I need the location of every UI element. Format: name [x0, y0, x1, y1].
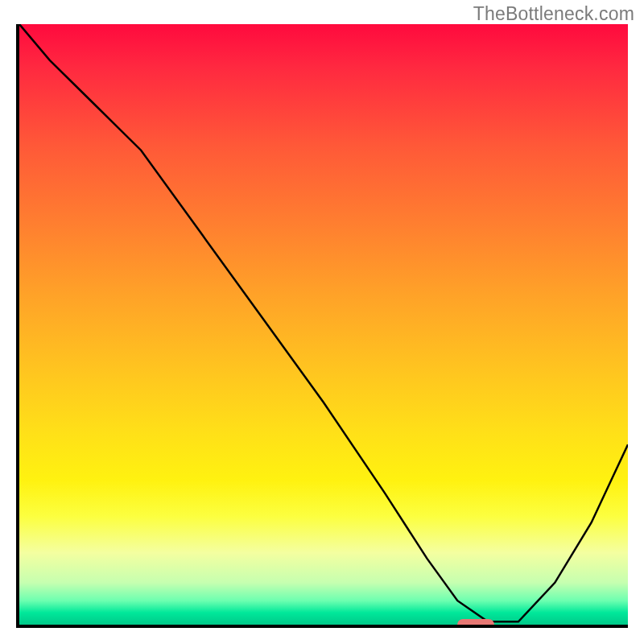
- plot-area: [16, 24, 628, 628]
- curve-svg: [19, 24, 628, 625]
- optimal-zone-marker: [457, 619, 493, 628]
- bottleneck-curve-path: [19, 24, 628, 621]
- watermark-label: TheBottleneck.com: [473, 3, 634, 25]
- chart-container: TheBottleneck.com: [0, 0, 644, 644]
